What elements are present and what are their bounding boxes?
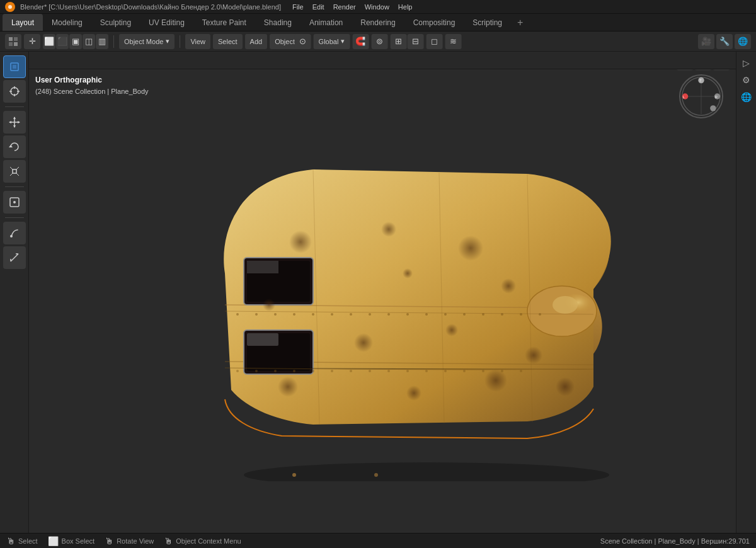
svg-point-39 <box>381 222 396 237</box>
tool-select[interactable] <box>3 55 26 78</box>
svg-point-54 <box>293 313 295 316</box>
svg-line-19 <box>10 167 13 169</box>
layout-icon-4[interactable]: ◫ <box>83 34 95 49</box>
menu-file[interactable]: File <box>289 2 307 12</box>
tab-uv-editing[interactable]: UV Editing <box>140 14 193 31</box>
layout-icon-1[interactable]: ⬜ <box>43 34 55 49</box>
svg-point-79 <box>444 370 447 372</box>
tool-separator-2 <box>5 186 24 187</box>
main-area: User Orthographic (248) Scene Collection… <box>0 52 756 533</box>
svg-point-73 <box>331 370 333 372</box>
svg-line-20 <box>16 167 19 169</box>
svg-point-62 <box>444 313 447 316</box>
svg-line-26 <box>11 254 18 261</box>
menu-help[interactable]: Help <box>394 2 416 12</box>
proportional-icon[interactable]: ⊚ <box>371 34 387 49</box>
pivot-icon[interactable]: ⊙ <box>295 34 311 49</box>
rotate-icon: 🖱 <box>105 536 113 546</box>
svg-text:T: T <box>699 79 702 83</box>
right-btn-2[interactable]: ⚙ <box>739 72 754 88</box>
right-btn-1[interactable]: ▷ <box>739 55 754 71</box>
overlay-icon-1[interactable]: ⊞ <box>390 34 406 49</box>
svg-point-58 <box>369 313 371 316</box>
tab-texture-paint[interactable]: Texture Paint <box>193 14 255 31</box>
svg-point-57 <box>350 313 352 316</box>
tab-rendering[interactable]: Rendering <box>352 14 404 31</box>
separator-1 <box>113 35 114 48</box>
svg-point-85 <box>374 473 378 477</box>
svg-point-25 <box>10 235 13 237</box>
svg-point-59 <box>387 313 390 316</box>
layout-icon-2[interactable]: ⬛ <box>56 34 69 49</box>
svg-point-75 <box>369 370 371 372</box>
tool-measure[interactable] <box>3 246 26 269</box>
transform-dropdown[interactable]: Global ▾ <box>314 34 350 49</box>
tab-animation[interactable]: Animation <box>301 14 352 31</box>
tab-sculpting[interactable]: Sculpting <box>91 14 140 31</box>
object-mode-dropdown[interactable]: Object Mode ▾ <box>119 34 175 49</box>
svg-point-78 <box>425 370 428 372</box>
svg-point-83 <box>520 370 522 372</box>
tool-cursor[interactable] <box>3 80 26 103</box>
menu-window[interactable]: Window <box>361 2 393 12</box>
svg-rect-5 <box>14 42 18 46</box>
status-right-info: Scene Collection | Plane_Body | Вершин:2… <box>600 537 750 545</box>
snap-icon[interactable]: 🧲 <box>352 34 369 49</box>
tab-layout[interactable]: Layout <box>3 14 43 31</box>
viewport-gizmo[interactable]: T L R <box>679 74 730 125</box>
svg-point-65 <box>501 313 503 316</box>
svg-point-66 <box>520 313 522 316</box>
view-menu[interactable]: View <box>185 34 210 49</box>
render-icon[interactable]: 🎥 <box>698 34 714 49</box>
svg-point-69 <box>255 370 258 372</box>
tool-annotate[interactable] <box>3 222 26 244</box>
tab-modeling[interactable]: Modeling <box>43 14 91 31</box>
viewport[interactable]: User Orthographic (248) Scene Collection… <box>29 52 736 533</box>
scene-icon[interactable]: 🔧 <box>716 34 733 49</box>
svg-rect-3 <box>14 37 18 41</box>
svg-point-24 <box>13 201 16 203</box>
add-menu[interactable]: Add <box>245 34 268 49</box>
nav-circle[interactable]: T L R <box>679 74 723 118</box>
tab-shading[interactable]: Shading <box>255 14 301 31</box>
svg-point-81 <box>482 370 484 372</box>
add-workspace-button[interactable]: + <box>511 14 529 31</box>
layout-icon-5[interactable]: ▥ <box>96 34 108 49</box>
overlay-icon-2[interactable]: ⊟ <box>407 34 423 49</box>
tool-transform[interactable] <box>3 191 26 214</box>
context-label: Object Context Menu <box>176 537 241 545</box>
title-bar: Blender* [C:\Users\User\Desktop\Download… <box>0 0 756 14</box>
tool-move[interactable] <box>3 111 26 134</box>
layout-icon-3[interactable]: ▣ <box>69 34 82 49</box>
tab-compositing[interactable]: Compositing <box>404 14 464 31</box>
menu-edit[interactable]: Edit <box>309 2 328 12</box>
cursor-icon-btn[interactable]: ✛ <box>24 34 40 49</box>
viewport-icon-btn[interactable] <box>5 34 21 49</box>
svg-point-1 <box>8 5 12 9</box>
right-btn-3[interactable]: 🌐 <box>739 89 754 105</box>
shading-icon-2[interactable]: ≋ <box>445 34 461 49</box>
shading-icon-1[interactable]: ◻ <box>426 34 442 49</box>
menu-bar: File Edit Render Window Help <box>289 2 416 12</box>
menu-render[interactable]: Render <box>329 2 360 12</box>
world-icon[interactable]: 🌐 <box>735 34 751 49</box>
select-menu[interactable]: Select <box>213 34 243 49</box>
svg-point-74 <box>350 370 352 372</box>
svg-point-44 <box>278 377 298 397</box>
svg-point-40 <box>458 236 483 261</box>
svg-point-72 <box>312 370 314 372</box>
svg-point-41 <box>354 333 373 352</box>
tool-separator-3 <box>5 217 24 218</box>
status-select: 🖱 Select <box>6 536 38 546</box>
svg-point-60 <box>406 313 409 316</box>
select-label: Select <box>18 537 38 545</box>
tool-scale[interactable] <box>3 160 26 183</box>
tab-scripting[interactable]: Scripting <box>464 14 511 31</box>
svg-point-71 <box>293 370 295 372</box>
svg-marker-16 <box>18 121 20 123</box>
context-icon: 🖱 <box>164 536 173 546</box>
svg-rect-4 <box>9 42 13 46</box>
tool-rotate[interactable] <box>3 135 26 158</box>
svg-point-56 <box>331 313 333 316</box>
header-toolbar: ✛ ⬜ ⬛ ▣ ◫ ▥ Object Mode ▾ View Select Ad… <box>0 31 756 52</box>
